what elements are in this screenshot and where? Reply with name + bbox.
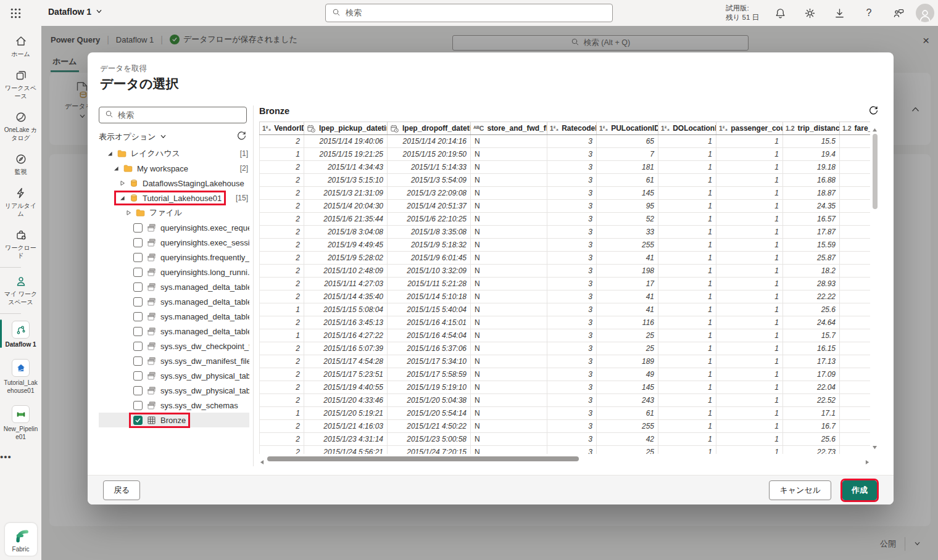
checkbox-unchecked[interactable] [133, 268, 143, 277]
tree-item-queryinsights-long-runni[interactable]: queryinsights.long_runni... [99, 265, 249, 279]
table-cell: 1 [716, 316, 783, 329]
tree-collapsed-icon[interactable] [118, 180, 125, 186]
nav-item-workloads[interactable]: ワークロード [0, 223, 41, 265]
scroll-left-icon[interactable] [260, 456, 264, 467]
table-cell [840, 161, 871, 174]
checkbox-unchecked[interactable] [133, 223, 143, 233]
table-cell: 2015/1/20 5:04:38 [388, 394, 471, 407]
nav-item-realtime[interactable]: リアルタイム [0, 181, 41, 223]
vertical-scrollbar-thumb[interactable] [873, 134, 878, 209]
cancel-button[interactable]: キャンセル [769, 480, 831, 500]
nav-item-new-pipeline01[interactable]: New_Pipeline01 [0, 400, 41, 447]
table-cell: 24.35 [783, 200, 840, 213]
tree-item-queryinsights-frequently[interactable]: queryinsights.frequently_... [99, 250, 249, 265]
table-cell: 3 [547, 278, 597, 290]
checkbox-unchecked[interactable] [133, 401, 143, 410]
tree-expanded-icon[interactable] [112, 165, 119, 171]
nav-item-home[interactable]: ホーム [0, 30, 41, 64]
nav-item-workspaces[interactable]: ワークスペース [0, 64, 41, 105]
checkbox-unchecked[interactable] [133, 253, 143, 262]
checkbox-unchecked[interactable] [133, 238, 143, 247]
download-icon[interactable] [824, 0, 854, 26]
vertical-scrollbar[interactable] [870, 121, 879, 454]
tree-item-sys-sys-dw-schemas[interactable]: sys.sys_dw_schemas [99, 398, 249, 413]
scroll-right-icon[interactable] [865, 456, 870, 467]
checkbox-unchecked[interactable] [133, 342, 143, 351]
table-cell: 1 [260, 329, 304, 342]
tree-item-sys-managed-delta-table[interactable]: sys.managed_delta_table... [99, 294, 249, 309]
display-options-dropdown[interactable]: 表示オプション [99, 131, 156, 142]
checkbox-unchecked[interactable] [133, 312, 143, 321]
nav-item-monitor[interactable]: 監視 [0, 147, 41, 181]
tree-collapsed-icon[interactable] [125, 210, 131, 216]
settings-gear-icon[interactable] [795, 0, 824, 26]
scroll-up-icon[interactable] [872, 123, 878, 134]
table-cell: 2 [260, 200, 304, 213]
table-cell [840, 394, 871, 407]
tree-item-sys-sys-dw-physical-table[interactable]: sys.sys_dw_physical_table... [99, 368, 249, 383]
app-title[interactable]: Dataflow 1 [48, 7, 102, 17]
horizontal-scrollbar-thumb[interactable] [267, 456, 579, 461]
tree-item-[interactable]: ファイル [99, 205, 249, 220]
back-button[interactable]: 戻る [103, 480, 140, 500]
table-cell: 181 [597, 161, 658, 174]
nav-item-label: マイ ワークスペース [3, 290, 39, 306]
tree-item-bronze[interactable]: Bronze [99, 413, 249, 427]
checkbox-unchecked[interactable] [133, 297, 143, 307]
create-button[interactable]: 作成 [842, 480, 877, 500]
checkbox-unchecked[interactable] [133, 327, 143, 336]
tree-item-tutorial-lakehouse01[interactable]: Tutorial_Lakehouse01 [15] [99, 191, 249, 205]
checkbox-unchecked[interactable] [133, 356, 143, 366]
tree-item-sys-managed-delta-table[interactable]: sys.managed_delta_table... [99, 279, 249, 294]
lakehouse-tree: レイクハウス [1] My workspace [2] DataflowsSta… [99, 146, 249, 466]
tree-item-sys-sys-dw-checkpoint-fil[interactable]: sys.sys_dw_checkpoint_fil... [99, 339, 249, 353]
global-search-input[interactable]: 検索 [325, 4, 613, 22]
refresh-icon[interactable] [236, 131, 247, 143]
tree-expanded-icon[interactable] [106, 150, 113, 157]
tree-item-[interactable]: レイクハウス [1] [99, 146, 249, 161]
horizontal-scrollbar[interactable] [259, 455, 870, 463]
tree-item-dataflowsstaginglakehouse[interactable]: DataflowsStagingLakehouse [99, 176, 249, 191]
tree-expanded-icon[interactable] [118, 195, 125, 201]
tree-item-sys-sys-dw-physical-tables[interactable]: sys.sys_dw_physical_tables [99, 383, 249, 398]
tree-item-label: sys.sys_dw_schemas [160, 401, 238, 410]
feedback-icon[interactable] [884, 0, 913, 26]
help-icon[interactable]: ? [854, 0, 884, 26]
nav-item-dataflow-1[interactable]: Dataflow 1 [0, 316, 41, 354]
refresh-icon[interactable] [868, 105, 879, 118]
nav-item-my-workspace[interactable]: マイ ワークスペース [0, 270, 41, 311]
checkbox-unchecked[interactable] [133, 371, 143, 381]
table-cell: 2015/1/23 5:00:58 [388, 433, 471, 446]
table-cell: 2015/1/10 2:48:09 [304, 265, 388, 278]
tree-item-content: DataflowsStagingLakehouse [116, 178, 247, 189]
nav-item-onelake[interactable]: OneLake カタログ [0, 105, 41, 147]
checkbox-unchecked[interactable] [133, 386, 143, 395]
avatar[interactable] [916, 4, 934, 22]
tree-item-sys-sys-dw-manifest-files[interactable]: sys.sys_dw_manifest_files [99, 353, 249, 368]
table-cell: 18.2 [783, 265, 840, 278]
notifications-bell-icon[interactable] [765, 0, 795, 26]
table-cell: 2015/1/16 4:15:01 [388, 316, 471, 329]
tree-item-queryinsights-exec-sessio[interactable]: queryinsights.exec_sessio... [99, 235, 249, 250]
table-cell: N [471, 148, 547, 161]
scroll-down-icon[interactable] [872, 441, 878, 452]
tree-item-queryinsights-exec-reque[interactable]: queryinsights.exec_reque... [99, 220, 249, 235]
folder-icon [135, 208, 146, 218]
nav-item-tutorial-lakehouse01[interactable]: Tutorial_Lakehouse01 [0, 354, 41, 400]
fabric-logo[interactable]: Fabric [5, 523, 37, 556]
table-row: 22015/1/1 4:34:432015/1/1 5:14:33N318111… [260, 161, 871, 174]
tree-item-content: My workspace [110, 163, 191, 175]
tree-search-input[interactable]: 検索 [99, 107, 247, 123]
table-cell: 25 [597, 329, 658, 342]
app-launcher-icon[interactable] [10, 7, 22, 20]
tree-item-label: queryinsights.long_runni... [160, 268, 249, 277]
table-row: 22015/1/23 4:31:142015/1/23 5:00:58N3421… [260, 433, 871, 446]
tree-item-my-workspace[interactable]: My workspace [2] [99, 161, 249, 176]
tree-item-sys-managed-delta-table[interactable]: sys.managed_delta_table... [99, 309, 249, 324]
table-cell: 1 [658, 213, 716, 226]
checkbox-checked[interactable] [133, 416, 143, 425]
checkbox-unchecked[interactable] [133, 282, 143, 292]
table-cell: 198 [597, 265, 658, 278]
nav-more-icon[interactable]: ••• [0, 447, 41, 467]
tree-item-sys-managed-delta-tables[interactable]: sys.managed_delta_tables [99, 324, 249, 339]
